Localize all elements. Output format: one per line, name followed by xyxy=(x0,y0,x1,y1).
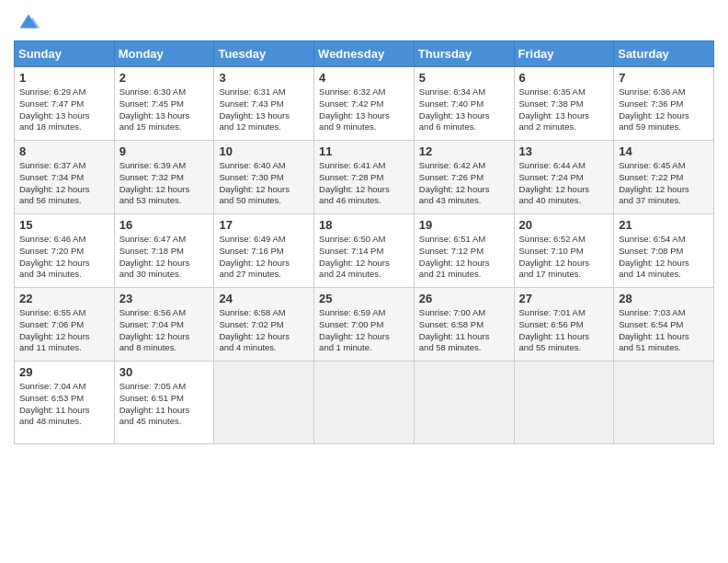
day-number: 22 xyxy=(19,292,109,305)
calendar-day-cell: 9Sunrise: 6:39 AM Sunset: 7:32 PM Daylig… xyxy=(114,141,214,214)
calendar-day-cell: 13Sunrise: 6:44 AM Sunset: 7:24 PM Dayli… xyxy=(514,141,614,214)
calendar-week-row: 1Sunrise: 6:29 AM Sunset: 7:47 PM Daylig… xyxy=(15,67,714,141)
day-number: 28 xyxy=(619,292,709,305)
calendar-day-cell: 11Sunrise: 6:41 AM Sunset: 7:28 PM Dayli… xyxy=(314,141,415,214)
day-number: 10 xyxy=(219,144,309,158)
day-info: Sunrise: 6:50 AM Sunset: 7:14 PM Dayligh… xyxy=(319,234,409,281)
calendar-week-row: 29Sunrise: 7:04 AM Sunset: 6:53 PM Dayli… xyxy=(15,362,714,444)
day-info: Sunrise: 6:40 AM Sunset: 7:30 PM Dayligh… xyxy=(219,160,309,207)
calendar-day-cell: 14Sunrise: 6:45 AM Sunset: 7:22 PM Dayli… xyxy=(614,141,714,214)
calendar-day-cell: 6Sunrise: 6:35 AM Sunset: 7:38 PM Daylig… xyxy=(514,67,614,141)
calendar-day-cell xyxy=(414,362,514,444)
day-info: Sunrise: 6:34 AM Sunset: 7:40 PM Dayligh… xyxy=(419,86,509,133)
day-info: Sunrise: 7:00 AM Sunset: 6:58 PM Dayligh… xyxy=(419,307,509,354)
calendar-day-cell: 7Sunrise: 6:36 AM Sunset: 7:36 PM Daylig… xyxy=(614,67,714,141)
calendar-day-cell: 25Sunrise: 6:59 AM Sunset: 7:00 PM Dayli… xyxy=(314,288,415,362)
calendar-header-row: SundayMondayTuesdayWednesdayThursdayFrid… xyxy=(15,41,714,67)
calendar-day-cell: 21Sunrise: 6:54 AM Sunset: 7:08 PM Dayli… xyxy=(614,214,714,288)
day-number: 11 xyxy=(319,144,409,158)
day-number: 5 xyxy=(419,71,509,85)
calendar-day-cell: 4Sunrise: 6:32 AM Sunset: 7:42 PM Daylig… xyxy=(314,67,415,141)
calendar-day-cell: 17Sunrise: 6:49 AM Sunset: 7:16 PM Dayli… xyxy=(214,214,314,288)
calendar-day-cell xyxy=(214,362,314,444)
day-info: Sunrise: 7:05 AM Sunset: 6:51 PM Dayligh… xyxy=(119,381,210,428)
day-info: Sunrise: 6:35 AM Sunset: 7:38 PM Dayligh… xyxy=(519,86,609,133)
day-number: 24 xyxy=(219,292,309,305)
calendar-day-cell xyxy=(614,362,714,444)
day-number: 14 xyxy=(619,144,709,158)
calendar-day-cell: 2Sunrise: 6:30 AM Sunset: 7:45 PM Daylig… xyxy=(114,67,214,141)
calendar-day-cell: 27Sunrise: 7:01 AM Sunset: 6:56 PM Dayli… xyxy=(514,288,614,362)
day-info: Sunrise: 6:30 AM Sunset: 7:45 PM Dayligh… xyxy=(119,86,210,133)
day-info: Sunrise: 6:59 AM Sunset: 7:00 PM Dayligh… xyxy=(319,307,409,354)
page-header xyxy=(14,9,714,35)
day-info: Sunrise: 6:49 AM Sunset: 7:16 PM Dayligh… xyxy=(219,234,309,281)
day-number: 18 xyxy=(319,218,409,232)
day-info: Sunrise: 6:56 AM Sunset: 7:04 PM Dayligh… xyxy=(119,307,210,354)
calendar-day-cell xyxy=(514,362,614,444)
day-of-week-header: Friday xyxy=(514,41,614,67)
day-number: 30 xyxy=(119,365,210,379)
calendar-day-cell: 20Sunrise: 6:52 AM Sunset: 7:10 PM Dayli… xyxy=(514,214,614,288)
day-info: Sunrise: 6:36 AM Sunset: 7:36 PM Dayligh… xyxy=(619,86,709,133)
day-info: Sunrise: 6:44 AM Sunset: 7:24 PM Dayligh… xyxy=(519,160,609,207)
day-info: Sunrise: 7:04 AM Sunset: 6:53 PM Dayligh… xyxy=(19,381,109,428)
day-info: Sunrise: 6:51 AM Sunset: 7:12 PM Dayligh… xyxy=(419,234,509,281)
day-number: 9 xyxy=(119,144,210,158)
calendar-day-cell: 12Sunrise: 6:42 AM Sunset: 7:26 PM Dayli… xyxy=(414,141,514,214)
day-number: 20 xyxy=(519,218,609,232)
day-number: 16 xyxy=(119,218,210,232)
day-of-week-header: Thursday xyxy=(414,41,514,67)
day-of-week-header: Wednesday xyxy=(314,41,415,67)
day-number: 8 xyxy=(19,144,109,158)
calendar-week-row: 8Sunrise: 6:37 AM Sunset: 7:34 PM Daylig… xyxy=(15,141,714,214)
day-number: 17 xyxy=(219,218,309,232)
day-info: Sunrise: 6:31 AM Sunset: 7:43 PM Dayligh… xyxy=(219,86,309,133)
day-number: 7 xyxy=(619,71,709,85)
day-number: 6 xyxy=(519,71,609,85)
day-info: Sunrise: 6:37 AM Sunset: 7:34 PM Dayligh… xyxy=(19,160,109,207)
day-number: 12 xyxy=(419,144,509,158)
logo-icon xyxy=(16,9,41,35)
day-info: Sunrise: 6:47 AM Sunset: 7:18 PM Dayligh… xyxy=(119,234,210,281)
day-of-week-header: Saturday xyxy=(614,41,714,67)
day-info: Sunrise: 6:52 AM Sunset: 7:10 PM Dayligh… xyxy=(519,234,609,281)
day-number: 4 xyxy=(319,71,409,85)
day-number: 19 xyxy=(419,218,509,232)
day-info: Sunrise: 6:42 AM Sunset: 7:26 PM Dayligh… xyxy=(419,160,509,207)
day-info: Sunrise: 6:55 AM Sunset: 7:06 PM Dayligh… xyxy=(19,307,109,354)
day-of-week-header: Tuesday xyxy=(214,41,314,67)
calendar-day-cell: 28Sunrise: 7:03 AM Sunset: 6:54 PM Dayli… xyxy=(614,288,714,362)
day-info: Sunrise: 6:39 AM Sunset: 7:32 PM Dayligh… xyxy=(119,160,210,207)
day-number: 25 xyxy=(319,292,409,305)
day-info: Sunrise: 6:54 AM Sunset: 7:08 PM Dayligh… xyxy=(619,234,709,281)
day-number: 23 xyxy=(119,292,210,305)
day-number: 15 xyxy=(19,218,109,232)
day-number: 3 xyxy=(219,71,309,85)
calendar-week-row: 22Sunrise: 6:55 AM Sunset: 7:06 PM Dayli… xyxy=(15,288,714,362)
day-number: 27 xyxy=(519,292,609,305)
calendar-day-cell: 23Sunrise: 6:56 AM Sunset: 7:04 PM Dayli… xyxy=(114,288,214,362)
calendar-day-cell: 16Sunrise: 6:47 AM Sunset: 7:18 PM Dayli… xyxy=(114,214,214,288)
calendar-day-cell: 3Sunrise: 6:31 AM Sunset: 7:43 PM Daylig… xyxy=(214,67,314,141)
day-info: Sunrise: 6:41 AM Sunset: 7:28 PM Dayligh… xyxy=(319,160,409,207)
calendar-day-cell: 22Sunrise: 6:55 AM Sunset: 7:06 PM Dayli… xyxy=(15,288,115,362)
day-info: Sunrise: 6:32 AM Sunset: 7:42 PM Dayligh… xyxy=(319,86,409,133)
day-info: Sunrise: 6:29 AM Sunset: 7:47 PM Dayligh… xyxy=(19,86,109,133)
day-number: 26 xyxy=(419,292,509,305)
calendar-day-cell: 8Sunrise: 6:37 AM Sunset: 7:34 PM Daylig… xyxy=(15,141,115,214)
day-number: 29 xyxy=(19,365,109,379)
calendar-day-cell: 5Sunrise: 6:34 AM Sunset: 7:40 PM Daylig… xyxy=(414,67,514,141)
day-of-week-header: Monday xyxy=(114,41,214,67)
day-info: Sunrise: 6:46 AM Sunset: 7:20 PM Dayligh… xyxy=(19,234,109,281)
day-number: 2 xyxy=(119,71,210,85)
day-info: Sunrise: 6:58 AM Sunset: 7:02 PM Dayligh… xyxy=(219,307,309,354)
calendar-week-row: 15Sunrise: 6:46 AM Sunset: 7:20 PM Dayli… xyxy=(15,214,714,288)
day-info: Sunrise: 6:45 AM Sunset: 7:22 PM Dayligh… xyxy=(619,160,709,207)
calendar-day-cell: 10Sunrise: 6:40 AM Sunset: 7:30 PM Dayli… xyxy=(214,141,314,214)
day-number: 1 xyxy=(19,71,109,85)
calendar-day-cell: 26Sunrise: 7:00 AM Sunset: 6:58 PM Dayli… xyxy=(414,288,514,362)
calendar-table: SundayMondayTuesdayWednesdayThursdayFrid… xyxy=(14,40,714,444)
calendar-day-cell xyxy=(314,362,415,444)
day-info: Sunrise: 7:03 AM Sunset: 6:54 PM Dayligh… xyxy=(619,307,709,354)
